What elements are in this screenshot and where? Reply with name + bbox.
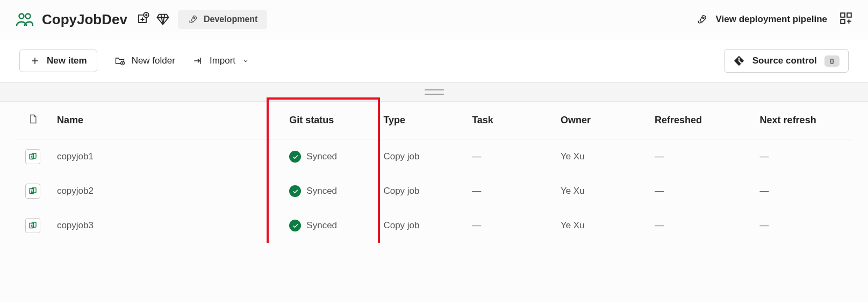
svg-rect-7	[841, 19, 845, 24]
app-grid-icon[interactable]	[839, 11, 853, 27]
item-owner: Ye Xu	[554, 174, 648, 208]
git-status-text: Synced	[306, 220, 337, 231]
svg-point-1	[26, 14, 31, 19]
toolbar: New item New folder Import Source contro…	[0, 39, 868, 82]
workspace-people-icon	[15, 10, 34, 29]
item-type: Copy job	[377, 139, 465, 174]
import-icon	[192, 55, 203, 66]
git-status-cell: Synced	[289, 151, 370, 163]
column-header-next-refresh[interactable]: Next refresh	[754, 102, 853, 139]
item-name[interactable]: copyjob2	[51, 174, 283, 208]
svg-point-10	[738, 60, 740, 62]
deploy-link-label: View deployment pipeline	[715, 14, 827, 25]
copy-job-item-icon	[25, 218, 40, 233]
item-name[interactable]: copyjob3	[51, 208, 283, 243]
item-type: Copy job	[377, 208, 465, 243]
svg-rect-5	[841, 13, 845, 17]
table-row[interactable]: copyjob1 Synced Copy job — Ye Xu — —	[15, 139, 853, 174]
diamond-icon[interactable]	[155, 12, 170, 27]
rocket-icon	[188, 14, 198, 25]
column-header-name[interactable]: Name	[51, 102, 283, 139]
new-item-button[interactable]: New item	[19, 50, 97, 72]
svg-point-9	[738, 58, 740, 59]
chevron-down-icon	[242, 57, 249, 65]
item-next-refresh: —	[754, 139, 853, 174]
column-header-owner[interactable]: Owner	[554, 102, 648, 139]
items-table: Name Git status Type Task Owner Refreshe…	[15, 102, 853, 243]
import-label: Import	[210, 55, 235, 66]
item-name[interactable]: copyjob1	[51, 139, 283, 174]
item-next-refresh: —	[754, 208, 853, 243]
environment-badge[interactable]: Development	[178, 10, 267, 29]
column-header-type[interactable]: Type	[377, 102, 465, 139]
copy-job-item-icon	[25, 149, 40, 164]
column-header-task[interactable]: Task	[465, 102, 554, 139]
workspace-title: CopyJobDev	[42, 11, 127, 28]
check-circle-icon	[289, 220, 301, 231]
item-refreshed: —	[648, 208, 754, 243]
view-deployment-pipeline-link[interactable]: View deployment pipeline	[696, 13, 827, 25]
source-control-count: 0	[824, 55, 840, 67]
item-owner: Ye Xu	[554, 139, 648, 174]
folder-plus-icon	[114, 55, 125, 66]
git-status-text: Synced	[306, 186, 337, 196]
svg-rect-6	[847, 13, 851, 17]
check-circle-icon	[289, 185, 301, 197]
grip-icon	[425, 89, 444, 95]
column-header-refreshed[interactable]: Refreshed	[648, 102, 754, 139]
git-status-cell: Synced	[289, 185, 370, 197]
document-icon	[27, 114, 38, 124]
column-header-icon[interactable]	[15, 102, 51, 139]
column-header-git-status[interactable]: Git status	[283, 102, 377, 139]
git-status-text: Synced	[306, 151, 337, 162]
resize-handle[interactable]	[0, 82, 868, 102]
item-refreshed: —	[648, 174, 754, 208]
check-circle-icon	[289, 151, 301, 163]
svg-point-4	[703, 17, 705, 19]
git-status-cell: Synced	[289, 220, 370, 231]
item-next-refresh: —	[754, 174, 853, 208]
items-table-container: Name Git status Type Task Owner Refreshe…	[0, 102, 868, 243]
item-refreshed: —	[648, 139, 754, 174]
source-control-button[interactable]: Source control 0	[724, 49, 849, 73]
git-branch-icon	[733, 55, 745, 67]
create-task-icon[interactable]	[135, 12, 150, 27]
item-owner: Ye Xu	[554, 208, 648, 243]
workspace-header: CopyJobDev Development View deployment p…	[0, 0, 868, 39]
item-type: Copy job	[377, 174, 465, 208]
new-folder-button[interactable]: New folder	[114, 55, 175, 66]
item-task: —	[465, 208, 554, 243]
import-button[interactable]: Import	[192, 55, 249, 66]
environment-label: Development	[204, 15, 257, 24]
svg-point-11	[740, 62, 742, 64]
svg-point-3	[193, 17, 195, 19]
item-task: —	[465, 139, 554, 174]
svg-point-0	[19, 14, 24, 19]
table-header-row: Name Git status Type Task Owner Refreshe…	[15, 102, 853, 139]
rocket-icon	[696, 13, 708, 25]
item-task: —	[465, 174, 554, 208]
table-row[interactable]: copyjob2 Synced Copy job — Ye Xu — —	[15, 174, 853, 208]
table-row[interactable]: copyjob3 Synced Copy job — Ye Xu — —	[15, 208, 853, 243]
source-control-label: Source control	[752, 55, 817, 66]
new-item-label: New item	[47, 55, 87, 66]
new-folder-label: New folder	[132, 55, 175, 66]
copy-job-item-icon	[25, 184, 40, 199]
plus-icon	[30, 55, 40, 66]
